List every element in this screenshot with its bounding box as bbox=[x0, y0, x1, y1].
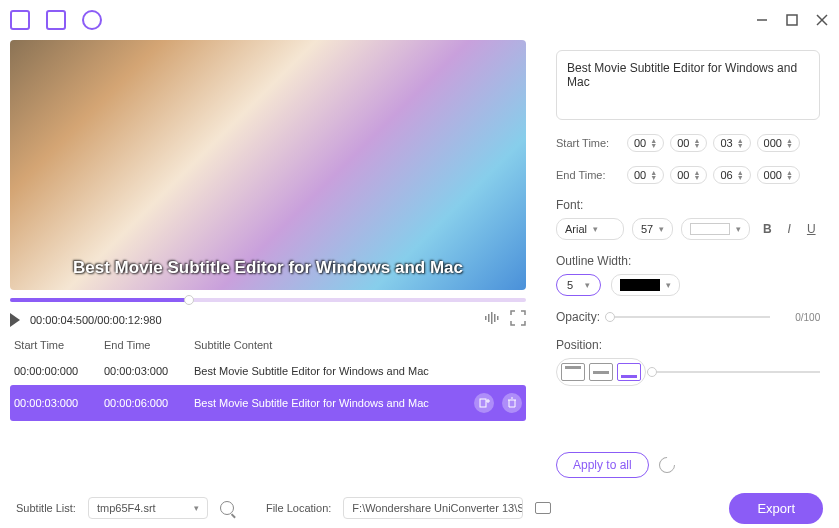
outline-width-select[interactable]: 5▾ bbox=[556, 274, 601, 296]
col-start-header: Start Time bbox=[14, 339, 104, 351]
start-s-input[interactable]: 03▲▼ bbox=[713, 134, 750, 152]
svg-rect-4 bbox=[485, 316, 487, 320]
add-row-icon[interactable] bbox=[474, 393, 494, 413]
end-h-input[interactable]: 00▲▼ bbox=[627, 166, 664, 184]
svg-rect-7 bbox=[494, 314, 496, 322]
file-location-label: File Location: bbox=[266, 502, 331, 514]
opacity-value: 0/100 bbox=[780, 312, 820, 323]
svg-rect-1 bbox=[787, 15, 797, 25]
end-ms-input[interactable]: 000▲▼ bbox=[757, 166, 800, 184]
video-preview[interactable]: Best Movie Subtitle Editor for Windows a… bbox=[10, 40, 526, 290]
file-location-input[interactable]: F:\Wondershare UniConverter 13\SubEdi bbox=[343, 497, 523, 519]
subtitle-text-input[interactable]: Best Movie Subtitle Editor for Windows a… bbox=[556, 50, 820, 120]
table-row[interactable]: 00:00:00:000 00:00:03:000 Best Movie Sub… bbox=[10, 357, 526, 385]
time-display: 00:00:04:500/00:00:12:980 bbox=[30, 314, 162, 326]
svg-rect-8 bbox=[497, 316, 499, 320]
position-middle-button[interactable] bbox=[589, 363, 613, 381]
folder-icon[interactable] bbox=[535, 502, 551, 514]
subtitle-list-label: Subtitle List: bbox=[16, 502, 76, 514]
minimize-button[interactable] bbox=[755, 13, 769, 27]
italic-button[interactable]: I bbox=[780, 220, 798, 238]
subtitle-table-header: Start Time End Time Subtitle Content bbox=[10, 333, 526, 357]
start-h-input[interactable]: 00▲▼ bbox=[627, 134, 664, 152]
svg-rect-9 bbox=[480, 399, 486, 407]
titlebar bbox=[0, 0, 839, 40]
footer: Subtitle List: tmp65F4.srt▾ File Locatio… bbox=[0, 488, 839, 528]
add-subtitle-icon[interactable] bbox=[46, 10, 66, 30]
start-m-input[interactable]: 00▲▼ bbox=[670, 134, 707, 152]
close-button[interactable] bbox=[815, 13, 829, 27]
delete-row-icon[interactable] bbox=[502, 393, 522, 413]
maximize-button[interactable] bbox=[785, 13, 799, 27]
start-time-label: Start Time: bbox=[556, 137, 621, 149]
position-label: Position: bbox=[556, 338, 820, 352]
opacity-label: Opacity: bbox=[556, 310, 600, 324]
underline-button[interactable]: U bbox=[802, 220, 820, 238]
timeline-slider[interactable] bbox=[10, 298, 526, 302]
font-color-select[interactable]: ▾ bbox=[681, 218, 750, 240]
font-family-select[interactable]: Arial▾ bbox=[556, 218, 624, 240]
col-end-header: End Time bbox=[104, 339, 194, 351]
tool-icon[interactable] bbox=[82, 10, 102, 30]
export-button[interactable]: Export bbox=[729, 493, 823, 524]
outline-label: Outline Width: bbox=[556, 254, 820, 268]
video-subtitle-overlay: Best Movie Subtitle Editor for Windows a… bbox=[73, 258, 463, 278]
end-s-input[interactable]: 06▲▼ bbox=[713, 166, 750, 184]
font-label: Font: bbox=[556, 198, 820, 212]
col-content-header: Subtitle Content bbox=[194, 339, 522, 351]
fullscreen-icon[interactable] bbox=[510, 310, 526, 329]
font-size-select[interactable]: 57▾ bbox=[632, 218, 673, 240]
svg-rect-5 bbox=[488, 314, 490, 322]
reset-icon[interactable] bbox=[655, 454, 678, 477]
table-row[interactable]: 00:00:03:000 00:00:06:000 Best Movie Sub… bbox=[10, 385, 526, 421]
outline-color-select[interactable]: ▾ bbox=[611, 274, 680, 296]
end-m-input[interactable]: 00▲▼ bbox=[670, 166, 707, 184]
waveform-icon[interactable] bbox=[484, 310, 500, 329]
right-panel: Best Movie Subtitle Editor for Windows a… bbox=[536, 40, 839, 488]
position-bottom-button[interactable] bbox=[617, 363, 641, 381]
position-slider[interactable] bbox=[652, 371, 820, 373]
bold-button[interactable]: B bbox=[758, 220, 776, 238]
subtitle-file-select[interactable]: tmp65F4.srt▾ bbox=[88, 497, 208, 519]
play-button[interactable] bbox=[10, 313, 20, 327]
position-top-button[interactable] bbox=[561, 363, 585, 381]
end-time-label: End Time: bbox=[556, 169, 621, 181]
apply-all-button[interactable]: Apply to all bbox=[556, 452, 649, 478]
search-icon[interactable] bbox=[220, 501, 234, 515]
svg-rect-6 bbox=[491, 312, 493, 324]
start-ms-input[interactable]: 000▲▼ bbox=[757, 134, 800, 152]
opacity-slider[interactable] bbox=[610, 316, 770, 318]
add-file-icon[interactable] bbox=[10, 10, 30, 30]
left-panel: Best Movie Subtitle Editor for Windows a… bbox=[0, 40, 536, 488]
